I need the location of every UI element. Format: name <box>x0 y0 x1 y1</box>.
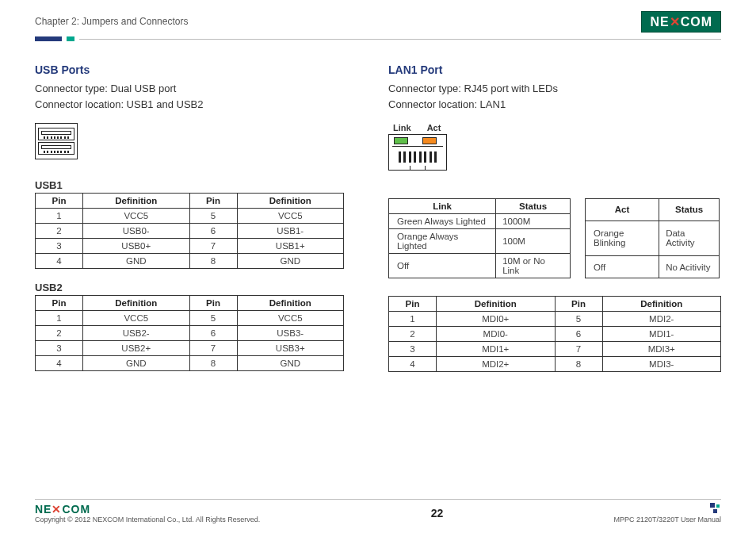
table-row: 2USB2-6USB3- <box>36 326 344 341</box>
header-divider <box>35 36 721 41</box>
table-row: 1MDI0+5MDI2- <box>389 312 721 327</box>
table-row: 1VCC55VCC5 <box>36 311 344 326</box>
table-row: 3USB0+7USB1+ <box>36 239 344 254</box>
manual-name: MPPC 2120T/3220T User Manual <box>614 516 721 523</box>
table-row: 4GND8GND <box>36 254 344 269</box>
table-row: 1VCC55VCC5 <box>36 209 344 224</box>
copyright-text: Copyright © 2012 NEXCOM International Co… <box>35 516 260 523</box>
col-def: Definition <box>237 194 344 209</box>
table-row: 3USB2+7USB3+ <box>36 341 344 356</box>
usb2-table-title: USB2 <box>35 282 346 293</box>
table-row: Orange BlinkingData Activity <box>586 220 720 256</box>
col-pin: Pin <box>36 194 83 209</box>
table-row: Orange Always Lighted100M <box>389 229 571 254</box>
brand-logo-text: NE✕COM <box>650 14 712 29</box>
table-row: Green Always Lighted1000M <box>389 214 571 229</box>
page-number: 22 <box>431 507 444 520</box>
act-led-icon <box>422 137 437 144</box>
lan-diagram <box>388 134 447 171</box>
usb-section: USB Ports Connector type: Dual USB port … <box>35 63 346 372</box>
table-row: 4GND8GND <box>36 356 344 371</box>
table-row: 4MDI2+8MDI3- <box>389 357 721 372</box>
lan-link-label: Link <box>393 123 411 132</box>
lan-act-label: Act <box>427 123 441 132</box>
lan-section: LAN1 Port Connector type: RJ45 port with… <box>388 63 721 372</box>
table-row: 2USB0-6USB1- <box>36 224 344 239</box>
lan-type-line: Connector type: RJ45 port with LEDs <box>388 81 721 97</box>
chapter-title: Chapter 2: Jumpers and Connectors <box>35 16 188 27</box>
lan-pin-table: PinDefinition PinDefinition 1MDI0+5MDI2-… <box>388 296 721 372</box>
lan-loc-line: Connector location: LAN1 <box>388 97 721 113</box>
link-led-icon <box>394 137 408 144</box>
usb2-table: PinDefinition PinDefinition 1VCC55VCC5 2… <box>35 295 344 371</box>
usb-loc-line: Connector location: USB1 and USB2 <box>35 97 346 113</box>
footer-logo: NE✕COM <box>35 503 90 516</box>
usb1-table-title: USB1 <box>35 179 346 191</box>
usb-title: USB Ports <box>35 63 346 76</box>
table-row: Off10M or No Link <box>389 254 571 278</box>
usb-diagram <box>35 123 78 159</box>
table-row: 2MDI0-6MDI1- <box>389 327 721 342</box>
col-def: Definition <box>83 194 190 209</box>
page-footer: NE✕COM Copyright © 2012 NEXCOM Internati… <box>35 499 721 523</box>
lan-title: LAN1 Port <box>388 63 721 76</box>
lan-act-table: ActStatus Orange BlinkingData Activity O… <box>585 198 720 278</box>
usb1-table: Pin Definition Pin Definition 1VCC55VCC5… <box>35 193 344 269</box>
brand-logo: NE✕COM <box>641 11 721 33</box>
lan-link-table: LinkStatus Green Always Lighted1000M Ora… <box>388 198 571 278</box>
footer-decoration-icon <box>710 503 721 514</box>
usb-type-line: Connector type: Dual USB port <box>35 81 346 97</box>
table-row: OffNo Acitivity <box>586 256 720 278</box>
col-pin: Pin <box>189 194 237 209</box>
table-row: 3MDI1+7MDI3+ <box>389 342 721 357</box>
